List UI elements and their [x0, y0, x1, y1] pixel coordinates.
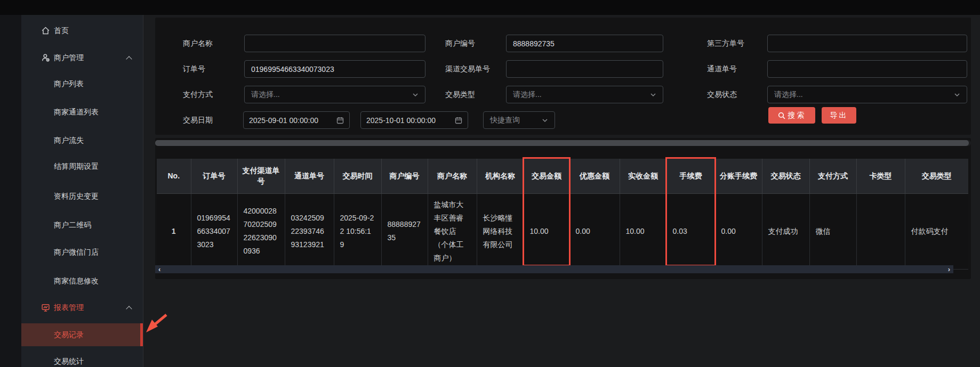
cell-discount-amount: 0.00 — [569, 193, 620, 269]
trade-date-start-picker[interactable]: 2025-09-01 00:00:00 — [243, 111, 350, 129]
export-button[interactable]: 导出 — [822, 107, 856, 124]
col-header-merchant-no: 商户编号 — [381, 159, 428, 193]
order-no-label: 订单号 — [183, 60, 205, 78]
sidebar-item-merchant-info-edit[interactable]: 商家信息修改 — [21, 270, 143, 292]
chevron-down-icon — [650, 92, 656, 98]
merchant-no-label: 商户编号 — [445, 35, 475, 52]
sidebar-item-merchant-wechat-store[interactable]: 商户微信门店 — [21, 241, 143, 264]
order-no-input[interactable] — [244, 60, 425, 78]
transaction-records-page: 首页 商户管理 商户列表 商家通道列表 商户流失 结算周期设置 资料历史变更 — [0, 0, 980, 367]
col-header-pay-channel-no: 支付渠道单号 — [237, 159, 285, 193]
sidebar-item-merchant-qrcode[interactable]: 商户二维码 — [21, 214, 143, 236]
sidebar-item-home[interactable]: 首页 — [21, 19, 143, 42]
channel-trade-no-label: 渠道交易单号 — [445, 60, 490, 78]
third-party-no-input[interactable] — [767, 35, 967, 52]
scrollbar-thumb[interactable] — [155, 140, 969, 146]
chevron-up-icon — [126, 306, 132, 312]
gateway-no-label: 通道单号 — [707, 60, 737, 78]
quick-query-select[interactable]: 快捷查询 — [483, 111, 555, 129]
cell-trade-time: 2025-09-22 10:56:19 — [334, 193, 381, 269]
search-icon — [778, 112, 785, 119]
channel-trade-no-input[interactable] — [506, 60, 663, 78]
bottom-horizontal-scrollbar[interactable]: ‹ › — [155, 265, 953, 273]
cell-split-fee: 0.00 — [715, 193, 762, 269]
trade-type-select[interactable]: 请选择... — [506, 86, 663, 103]
home-icon — [41, 26, 50, 36]
sidebar-item-data-history[interactable]: 资料历史变更 — [21, 185, 143, 208]
pay-method-select[interactable]: 请选择... — [244, 86, 425, 103]
cell-no: 1 — [157, 193, 191, 269]
sidebar-item-transaction-statistics[interactable]: 交易统计 — [21, 350, 143, 367]
sidebar-item-transaction-records[interactable]: 交易记录 — [21, 323, 143, 346]
trade-date-label: 交易日期 — [183, 111, 213, 129]
cell-received-amount: 10.00 — [620, 193, 666, 269]
sidebar-item-merchant-loss[interactable]: 商户流失 — [21, 129, 143, 152]
col-header-no: No. — [157, 159, 191, 193]
col-header-org-name: 机构名称 — [477, 159, 524, 193]
cell-fee: 0.03 — [666, 193, 715, 269]
top-bar — [0, 0, 980, 15]
cell-pay-method: 微信 — [809, 193, 856, 269]
cell-order-no: 01969954663340073023 — [191, 193, 237, 269]
table-row: 1 01969954663340073023 42000028702025092… — [157, 193, 968, 269]
col-header-gateway-no: 通道单号 — [285, 159, 334, 193]
col-header-card-type: 卡类型 — [856, 159, 905, 193]
trade-date-end-picker[interactable]: 2025-10-01 00:00:00 — [360, 111, 468, 129]
col-header-discount-amount: 优惠金额 — [569, 159, 620, 193]
trade-status-select[interactable]: 请选择... — [767, 86, 967, 103]
col-header-trade-type: 交易类型 — [905, 159, 968, 193]
table-header-row: No. 订单号 支付渠道单号 通道单号 交易时间 商户编号 商户名称 机构名称 … — [157, 159, 968, 193]
col-header-fee: 手续费 — [666, 159, 715, 193]
report-chart-icon — [41, 303, 50, 313]
col-header-split-fee: 分账手续费 — [715, 159, 762, 193]
merchant-name-label: 商户名称 — [183, 35, 213, 52]
transactions-table: No. 订单号 支付渠道单号 通道单号 交易时间 商户编号 商户名称 机构名称 … — [157, 159, 968, 270]
calendar-icon — [455, 117, 462, 124]
results-table-card: No. 订单号 支付渠道单号 通道单号 交易时间 商户编号 商户名称 机构名称 … — [155, 138, 971, 279]
col-header-merchant-name: 商户名称 — [428, 159, 477, 193]
col-header-trade-time: 交易时间 — [334, 159, 381, 193]
cell-gateway-no: 032425092239374693123921 — [285, 193, 334, 269]
cell-trade-amount: 10.00 — [524, 193, 569, 269]
search-form-card: 商户名称 商户编号 第三方单号 订单号 渠道交易单号 通道单号 支付方式 请选择… — [155, 18, 971, 135]
sidebar-item-settlement-cycle[interactable]: 结算周期设置 — [21, 155, 143, 178]
top-horizontal-scrollbar[interactable] — [155, 140, 971, 146]
chevron-up-icon — [126, 56, 132, 62]
merchant-no-input[interactable] — [506, 35, 663, 52]
col-header-pay-method: 支付方式 — [809, 159, 856, 193]
chevron-down-icon — [412, 92, 419, 98]
scroll-left-arrow-icon[interactable]: ‹ — [158, 265, 160, 273]
pay-method-label: 支付方式 — [183, 86, 213, 103]
cell-trade-type: 付款码支付 — [905, 193, 968, 269]
sidebar-item-merchant-management[interactable]: 商户管理 — [21, 46, 143, 69]
cell-org-name: 长沙略懂网络科技有限公司 — [477, 193, 524, 269]
col-header-trade-amount: 交易金额 — [524, 159, 569, 193]
merchant-name-input[interactable] — [244, 35, 425, 52]
sidebar: 首页 商户管理 商户列表 商家通道列表 商户流失 结算周期设置 资料历史变更 — [21, 15, 143, 367]
merchant-gear-icon — [41, 53, 50, 63]
trade-type-label: 交易类型 — [445, 86, 475, 103]
sidebar-item-merchant-channel-list[interactable]: 商家通道列表 — [21, 101, 143, 124]
search-button[interactable]: 搜索 — [768, 107, 815, 124]
main-content: 商户名称 商户编号 第三方单号 订单号 渠道交易单号 通道单号 支付方式 请选择… — [143, 15, 980, 367]
cell-trade-status: 支付成功 — [762, 193, 809, 269]
scroll-right-arrow-icon[interactable]: › — [948, 265, 950, 273]
col-header-trade-status: 交易状态 — [762, 159, 809, 193]
third-party-no-label: 第三方单号 — [707, 35, 744, 52]
chevron-down-icon — [954, 92, 960, 98]
left-rail — [0, 15, 21, 367]
sidebar-item-report-management[interactable]: 报表管理 — [21, 296, 143, 319]
col-header-received-amount: 实收金额 — [620, 159, 666, 193]
chevron-down-icon — [542, 117, 548, 124]
calendar-icon — [336, 117, 344, 124]
col-header-order-no: 订单号 — [191, 159, 237, 193]
trade-status-label: 交易状态 — [707, 86, 737, 103]
cell-merchant-name: 盐城市大丰区善睿餐饮店（个体工商户） — [428, 193, 477, 269]
cell-card-type — [856, 193, 905, 269]
cell-pay-channel-no: 4200002870202509226230900936 — [237, 193, 285, 269]
cell-merchant-no: 8888892735 — [381, 193, 428, 269]
gateway-no-input[interactable] — [767, 60, 967, 78]
sidebar-item-merchant-list[interactable]: 商户列表 — [21, 72, 143, 95]
